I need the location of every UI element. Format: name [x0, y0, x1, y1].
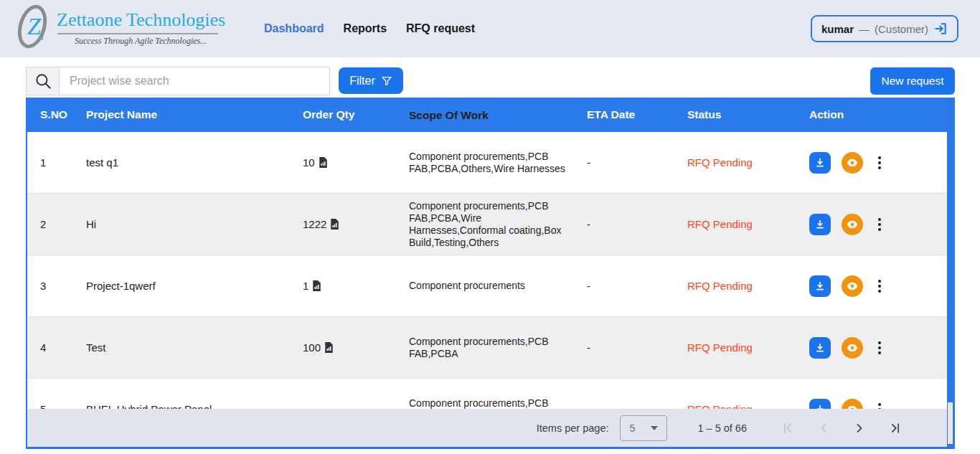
view-button[interactable] [842, 275, 863, 297]
user-name: kumar [821, 23, 854, 35]
cell-action [809, 214, 947, 235]
more-options-button[interactable] [874, 339, 885, 357]
previous-page-button[interactable] [815, 420, 832, 437]
cell-order-qty: 10 [303, 156, 409, 169]
paginator-buttons [779, 420, 904, 437]
cell-project-name: Hi [86, 218, 303, 230]
download-button[interactable] [809, 275, 831, 297]
cell-status: RFQ Pending [687, 218, 809, 230]
order-qty-value: 1222 [303, 218, 326, 230]
cell-scope-of-work: Component procurements,PCB FAB,PCBA [409, 336, 587, 360]
top-header-bar: Zi Zettaone Technologies Success Through… [0, 0, 980, 57]
search-input[interactable] [60, 67, 329, 95]
column-header-sno: S.NO [27, 108, 86, 121]
logo-monogram: Zi [27, 13, 44, 43]
cell-sno: 3 [27, 280, 86, 292]
more-options-button[interactable] [874, 215, 885, 234]
cell-action [809, 152, 947, 174]
column-header-action: Action [809, 108, 947, 121]
logout-icon[interactable] [933, 22, 948, 36]
cell-order-qty [303, 404, 409, 409]
cell-order-qty: 100 [303, 341, 409, 354]
cell-eta-date: - [587, 280, 687, 292]
cell-project-name: Project-1qwerf [86, 280, 303, 292]
cell-sno: 1 [27, 156, 86, 169]
view-button[interactable] [842, 399, 863, 410]
projects-table-card: S.NO Project Name Order Qty Scope Of Wor… [26, 98, 955, 449]
more-options-button[interactable] [874, 400, 885, 410]
table-scrollbar[interactable] [947, 98, 953, 447]
download-button[interactable] [809, 399, 831, 410]
user-account-chip[interactable]: kumar — (Customer) [811, 15, 958, 42]
cell-project-name: BHEL Hybrid Power Panel [86, 403, 303, 409]
qty-file-icon [330, 219, 339, 230]
column-header-eta: ETA Date [587, 108, 687, 121]
table-body: 1 test q1 10 Component procurements,PC [27, 132, 947, 409]
more-options-button[interactable] [874, 153, 885, 172]
more-options-button[interactable] [874, 277, 885, 295]
dropdown-caret-icon [651, 426, 658, 430]
search-group [26, 67, 330, 95]
new-request-button[interactable]: New request [870, 67, 955, 95]
cell-project-name: Test [86, 341, 303, 354]
view-button[interactable] [842, 152, 863, 174]
cell-sno: 2 [27, 218, 86, 230]
filter-funnel-icon [381, 75, 392, 87]
cell-order-qty: 1222 [303, 218, 409, 230]
cell-status: RFQ Pending [687, 403, 809, 409]
qty-file-icon [319, 157, 328, 168]
cell-sno: 5 [27, 403, 86, 409]
nav-item-reports[interactable]: Reports [344, 22, 387, 35]
cell-eta-date: - [587, 156, 687, 169]
column-header-status: Status [687, 108, 809, 121]
order-qty-value: 100 [303, 341, 321, 354]
cell-eta-date: - [587, 403, 687, 409]
table-scrollbar-thumb[interactable] [948, 402, 953, 444]
cell-project-name: test q1 [86, 156, 303, 169]
brand-name: Zettaone Technologies [57, 9, 225, 31]
table-row: 5 BHEL Hybrid Power Panel Component p [27, 379, 947, 409]
nav-item-rfq-request[interactable]: RFQ request [406, 22, 475, 35]
table-row: 1 test q1 10 Component procurements,PC [27, 132, 947, 194]
cell-sno: 4 [27, 341, 86, 354]
search-button[interactable] [27, 67, 60, 95]
search-icon [34, 72, 52, 90]
download-button[interactable] [809, 214, 831, 235]
cell-status: RFQ Pending [687, 280, 809, 292]
page-size-select[interactable]: 5 [620, 415, 667, 441]
cell-eta-date: - [587, 218, 687, 230]
order-qty-value: 1 [303, 280, 308, 292]
column-header-scope: Scope Of Work [409, 109, 587, 121]
cell-action [809, 399, 947, 410]
order-qty-value: 10 [303, 156, 315, 169]
cell-scope-of-work: Component procurements,PCB FAB,PCBA [409, 397, 587, 410]
column-header-project-name: Project Name [86, 108, 303, 121]
cell-eta-date: - [587, 341, 687, 354]
company-logo: Zi Zettaone Technologies Success Through… [0, 0, 237, 57]
view-button[interactable] [842, 214, 863, 235]
first-page-button[interactable] [779, 420, 796, 437]
page-size-value: 5 [629, 422, 651, 434]
user-role: (Customer) [875, 23, 928, 35]
download-button[interactable] [809, 337, 831, 359]
table-header-row: S.NO Project Name Order Qty Scope Of Wor… [27, 98, 953, 132]
view-button[interactable] [842, 337, 863, 359]
table-row: 4 Test 100 Component procurements,PCB [27, 317, 947, 379]
download-button[interactable] [809, 152, 831, 174]
qty-file-icon [324, 342, 334, 353]
cell-scope-of-work: Component procurements,PCB FAB,PCBA,Wire… [409, 200, 587, 249]
table-row: 2 Hi 1222 Component procurements,PCB F [27, 194, 947, 255]
brand-tagline: Success Through Agile Technologies... [75, 36, 207, 47]
cell-scope-of-work: Component procurements,PCB FAB,PCBA,Othe… [409, 151, 587, 175]
filter-button[interactable]: Filter [339, 67, 403, 94]
next-page-button[interactable] [851, 420, 868, 437]
toolbar: Filter New request [0, 57, 980, 98]
nav-item-dashboard[interactable]: Dashboard [264, 22, 324, 35]
page-range-label: 1 – 5 of 66 [697, 422, 747, 434]
items-per-page-label: Items per page: [537, 422, 609, 434]
qty-file-icon [312, 280, 321, 291]
last-page-button[interactable] [887, 420, 904, 437]
filter-button-label: Filter [349, 75, 375, 88]
table-row: 3 Project-1qwerf 1 Component procureme [27, 255, 947, 317]
cell-status: RFQ Pending [687, 156, 809, 169]
